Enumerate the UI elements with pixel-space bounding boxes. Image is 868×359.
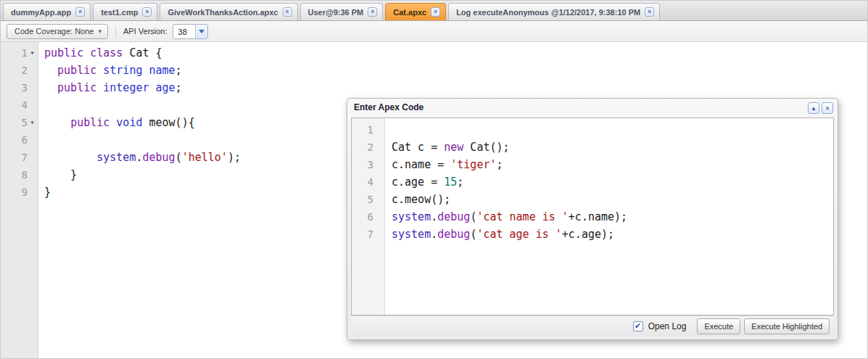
dialog-footer: ✔ Open Log Execute Execute Highlighted	[351, 315, 834, 336]
code-coverage-dropdown[interactable]: Code Coverage: None ▾	[7, 24, 108, 39]
tab-test1-cmp[interactable]: test1.cmp×	[93, 3, 157, 20]
tab-close-icon[interactable]: ×	[368, 7, 377, 17]
code-line[interactable]: system.debug('cat age is '+c.age);	[392, 226, 833, 243]
select-trigger-icon[interactable]	[195, 25, 207, 38]
tab-log-executeanonymous-1-12-2017-9-38-10-pm[interactable]: Log executeAnonymous @1/12/2017, 9:38:10…	[448, 3, 660, 20]
tab-label: User@9:36 PM	[308, 8, 364, 17]
dialog-header[interactable]: Enter Apex Code ▲ ✕	[347, 99, 838, 117]
open-log-checkbox[interactable]: ✔	[633, 321, 643, 331]
line-number: 5	[352, 191, 384, 208]
code-line[interactable]: public string name;	[44, 62, 867, 79]
tab-close-icon[interactable]: ×	[645, 7, 654, 17]
code-line[interactable]: public class Cat {	[44, 44, 867, 62]
line-number: 4	[1, 96, 38, 114]
open-log-label: Open Log	[648, 321, 687, 331]
tab-label: test1.cmp	[101, 8, 138, 17]
code-line[interactable]: Cat c = new Cat();	[392, 139, 833, 156]
tab-label: Cat.apxc	[393, 8, 426, 17]
enter-apex-code-dialog: Enter Apex Code ▲ ✕ 1234567 Cat c = new …	[347, 98, 838, 340]
line-number: 6	[352, 208, 384, 226]
tab-label: GiveWorkThanksAction.apxc	[168, 8, 278, 17]
dropdown-arrow-icon: ▾	[98, 28, 102, 35]
tab-user-9-36-pm[interactable]: User@9:36 PM×	[300, 3, 384, 20]
tab-close-icon[interactable]: ×	[142, 7, 152, 17]
tab-label: Log executeAnonymous @1/12/2017, 9:38:10…	[456, 8, 640, 17]
line-number: 2	[352, 139, 384, 156]
code-line[interactable]	[392, 121, 833, 139]
tab-close-icon[interactable]: ×	[431, 7, 440, 17]
line-number: 3	[352, 156, 384, 173]
line-number: 6	[1, 131, 38, 149]
tab-giveworkthanksaction-apxc[interactable]: GiveWorkThanksAction.apxc×	[160, 3, 297, 20]
line-number: 1▾	[1, 44, 38, 62]
api-version-value: 38	[173, 25, 195, 38]
dialog-title: Enter Apex Code	[354, 102, 808, 112]
tab-bar: dummyApp.app×test1.cmp×GiveWorkThanksAct…	[1, 1, 867, 21]
apex-code-input-panel[interactable]: 1234567 Cat c = new Cat();c.name = 'tige…	[351, 117, 834, 315]
dialog-code-area[interactable]: Cat c = new Cat();c.name = 'tiger';c.age…	[385, 118, 833, 315]
toolbar-separator	[115, 25, 116, 37]
code-line[interactable]: c.age = 15;	[392, 173, 833, 191]
checkmark-icon: ✔	[635, 322, 641, 330]
line-number: 5▾	[1, 114, 38, 131]
tab-cat-apxc[interactable]: Cat.apxc×	[385, 3, 446, 20]
code-line[interactable]: c.name = 'tiger';	[392, 156, 833, 173]
line-number: 1	[352, 121, 384, 139]
execute-highlighted-button[interactable]: Execute Highlighted	[744, 318, 830, 334]
developer-console-window: dummyApp.app×test1.cmp×GiveWorkThanksAct…	[0, 0, 868, 359]
dialog-gutter: 1234567	[352, 118, 385, 315]
line-number: 2	[1, 62, 38, 79]
tab-dummyapp-app[interactable]: dummyApp.app×	[3, 3, 91, 20]
code-coverage-label: Code Coverage: None	[15, 27, 94, 36]
line-number: 3	[1, 79, 38, 96]
tab-close-icon[interactable]: ×	[75, 7, 85, 17]
line-number: 8	[1, 166, 38, 183]
execute-button[interactable]: Execute	[697, 318, 740, 334]
api-version-label: API Version:	[123, 27, 168, 36]
editor-gutter: 1▾2345▾6789	[1, 42, 38, 358]
close-icon[interactable]: ✕	[822, 102, 833, 114]
code-line[interactable]: public integer age;	[44, 79, 867, 96]
code-line[interactable]: c.meow();	[392, 191, 833, 208]
code-line[interactable]: system.debug('cat name is '+c.name);	[392, 208, 833, 226]
api-version-select[interactable]: 38	[173, 24, 208, 39]
line-number: 7	[1, 149, 38, 166]
line-number: 9	[1, 183, 38, 201]
line-number: 7	[352, 226, 384, 243]
tab-label: dummyApp.app	[11, 8, 71, 17]
line-number: 4	[352, 173, 384, 191]
toolbar: Code Coverage: None ▾ API Version: 38	[1, 21, 867, 42]
fold-arrow-icon[interactable]: ▾	[28, 114, 37, 131]
collapse-icon[interactable]: ▲	[808, 102, 819, 114]
fold-arrow-icon[interactable]: ▾	[28, 44, 37, 62]
tab-close-icon[interactable]: ×	[283, 7, 292, 17]
